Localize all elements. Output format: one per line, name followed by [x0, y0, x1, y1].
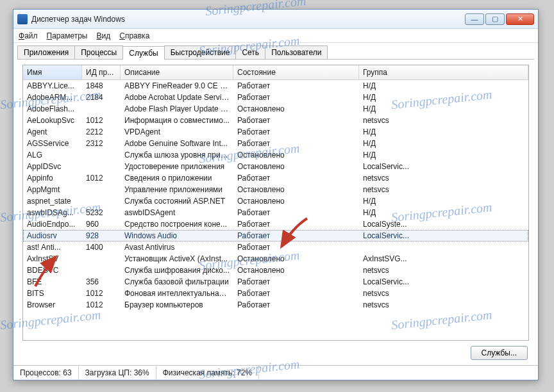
tab-processes[interactable]: Процессы	[74, 45, 123, 59]
table-row[interactable]: AeLookupSvc1012Информация о совместимо..…	[23, 115, 528, 126]
table-row[interactable]: Audiosrv928Windows AudioРаботаетLocalSer…	[23, 230, 528, 241]
tab-services[interactable]: Службы	[122, 46, 164, 60]
table-cell: LocalSyste...	[359, 218, 528, 230]
services-tab-page: Имя ИД пр... Описание Состояние Группа A…	[17, 59, 534, 365]
table-cell: ABBYY.Lice...	[23, 80, 82, 92]
table-cell: Browser	[23, 299, 82, 311]
col-pid[interactable]: ИД пр...	[82, 65, 121, 79]
table-cell: 2312	[82, 138, 121, 149]
table-cell: BDESVC	[23, 265, 82, 276]
table-cell	[82, 265, 121, 276]
table-cell: Adobe Flash Player Update S...	[121, 103, 233, 115]
table-cell: netsvcs	[359, 115, 528, 126]
table-cell: AppIDSvc	[23, 161, 82, 172]
table-row[interactable]: aspnet_stateСлужба состояний ASP.NETОста…	[23, 195, 528, 207]
table-cell: 928	[82, 230, 121, 241]
table-cell: AdobeARM...	[23, 92, 82, 103]
table-row[interactable]: AGSService2312Adobe Genuine Software Int…	[23, 138, 528, 149]
table-cell: AxInstSVG...	[359, 253, 528, 265]
tab-users[interactable]: Пользователи	[265, 45, 328, 59]
maximize-button[interactable]: ▢	[485, 13, 505, 25]
table-row[interactable]: BFE356Служба базовой фильтрацииРаботаетL…	[23, 276, 528, 288]
table-row[interactable]: Browser1012Браузер компьютеровРаботаетne…	[23, 299, 528, 311]
table-cell: 1848	[82, 80, 121, 92]
table-row[interactable]: ALGСлужба шлюза уровня прил...Остановлен…	[23, 149, 528, 161]
table-cell: Н/Д	[359, 126, 528, 138]
table-cell: netsvcs	[359, 265, 528, 276]
col-name[interactable]: Имя	[23, 65, 82, 79]
table-cell	[359, 241, 528, 253]
table-cell: Удостоверение приложения	[121, 161, 233, 172]
table-row[interactable]: AxInstSVУстановщик ActiveX (AxInst...Ост…	[23, 253, 528, 265]
tab-network[interactable]: Сеть	[235, 45, 265, 59]
table-cell: 1012	[82, 172, 121, 184]
table-cell	[82, 184, 121, 195]
status-memory: Физическая память: 72%	[156, 366, 259, 380]
table-cell: Audiosrv	[23, 230, 82, 241]
task-manager-window: Диспетчер задач Windows — ▢ ✕ Файл Парам…	[13, 9, 539, 380]
table-cell: Работает	[233, 230, 359, 241]
col-description[interactable]: Описание	[121, 65, 233, 79]
menu-options[interactable]: Параметры	[47, 31, 88, 40]
table-row[interactable]: AppMgmtУправление приложениямиОстановлен…	[23, 184, 528, 195]
tab-applications[interactable]: Приложения	[17, 45, 75, 59]
table-cell	[82, 161, 121, 172]
titlebar[interactable]: Диспетчер задач Windows — ▢ ✕	[13, 10, 538, 29]
menu-help[interactable]: Справка	[119, 31, 149, 40]
table-cell: AeLookupSvc	[23, 115, 82, 126]
table-cell: Служба шифрования диско...	[121, 265, 233, 276]
close-button[interactable]: ✕	[506, 13, 534, 25]
table-row[interactable]: Agent2212VPDAgentРаботаетН/Д	[23, 126, 528, 138]
table-cell: Работает	[233, 218, 359, 230]
table-cell: Остановлено	[233, 195, 359, 207]
menubar: Файл Параметры Вид Справка	[13, 29, 538, 43]
table-row[interactable]: BDESVCСлужба шифрования диско...Остановл…	[23, 265, 528, 276]
table-row[interactable]: AppIDSvcУдостоверение приложенияОстановл…	[23, 161, 528, 172]
minimize-button[interactable]: —	[465, 13, 484, 25]
table-cell: Остановлено	[233, 149, 359, 161]
table-row[interactable]: Appinfo1012Сведения о приложенииРаботает…	[23, 172, 528, 184]
table-cell: ast! Anti...	[23, 241, 82, 253]
menu-view[interactable]: Вид	[96, 31, 110, 40]
list-header: Имя ИД пр... Описание Состояние Группа	[23, 65, 528, 80]
table-cell: Работает	[233, 241, 359, 253]
table-cell: aswbIDSAg...	[23, 207, 82, 218]
table-row[interactable]: aswbIDSAg...5232aswbIDSAgentРаботаетН/Д	[23, 207, 528, 218]
table-cell: Adobe Genuine Software Int...	[121, 138, 233, 149]
services-list[interactable]: Имя ИД пр... Описание Состояние Группа A…	[22, 65, 529, 341]
table-cell	[82, 195, 121, 207]
table-row[interactable]: BITS1012Фоновая интеллектуальная...Работ…	[23, 288, 528, 299]
table-cell: ABBYY FineReader 9.0 CE Lic...	[121, 80, 233, 92]
table-row[interactable]: AudioEndpo...960Средство построения коне…	[23, 218, 528, 230]
table-cell: Работает	[233, 207, 359, 218]
table-row[interactable]: ast! Anti...1400Avast AntivirusРаботает	[23, 241, 528, 253]
col-status[interactable]: Состояние	[233, 65, 359, 79]
table-cell: LocalServic...	[359, 276, 528, 288]
table-cell: BITS	[23, 288, 82, 299]
tab-strip: Приложения Процессы Службы Быстродействи…	[13, 43, 538, 59]
menu-file[interactable]: Файл	[19, 31, 38, 40]
table-cell: netsvcs	[359, 172, 528, 184]
table-cell: Средство построения коне...	[121, 218, 233, 230]
table-cell: Работает	[233, 92, 359, 103]
table-row[interactable]: AdobeFlash...Adobe Flash Player Update S…	[23, 103, 528, 115]
table-cell: Windows Audio	[121, 230, 233, 241]
table-cell: 1012	[82, 288, 121, 299]
table-cell: Фоновая интеллектуальная...	[121, 288, 233, 299]
table-cell: AxInstSV	[23, 253, 82, 265]
table-cell: Остановлено	[233, 253, 359, 265]
table-cell: Остановлено	[233, 103, 359, 115]
table-cell: Avast Antivirus	[121, 241, 233, 253]
table-cell: 1012	[82, 299, 121, 311]
table-cell: AGSService	[23, 138, 82, 149]
table-row[interactable]: AdobeARM...2184Adobe Acrobat Update Serv…	[23, 92, 528, 103]
table-cell: AdobeFlash...	[23, 103, 82, 115]
table-cell: Работает	[233, 276, 359, 288]
table-cell: Appinfo	[23, 172, 82, 184]
col-group[interactable]: Группа	[359, 65, 528, 79]
table-cell: netsvcs	[359, 184, 528, 195]
table-cell: LocalServic...	[359, 161, 528, 172]
tab-performance[interactable]: Быстродействие	[164, 45, 237, 59]
services-button[interactable]: Службы...	[471, 346, 528, 360]
table-row[interactable]: ABBYY.Lice...1848ABBYY FineReader 9.0 CE…	[23, 80, 528, 92]
